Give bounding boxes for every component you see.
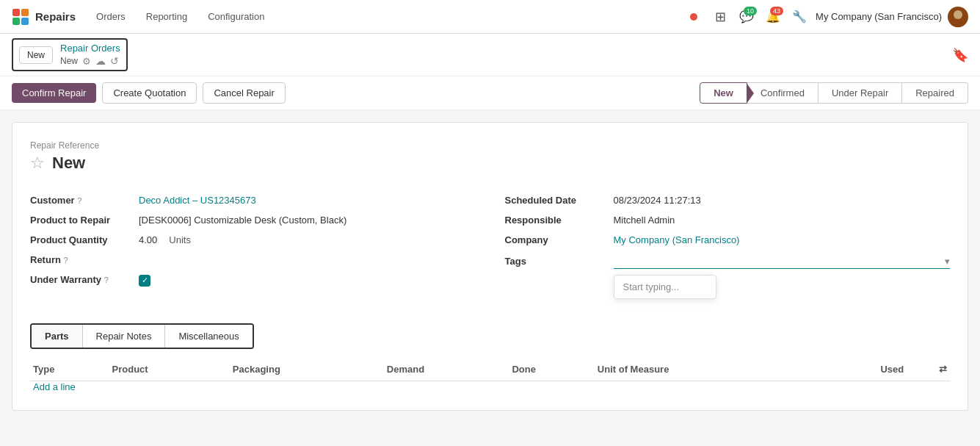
parts-table: Type Product Packaging Demand Done Unit … <box>30 358 950 392</box>
product-qty-unit: Units <box>169 234 191 245</box>
scheduled-date-value: 08/23/2024 11:27:13 <box>614 195 701 206</box>
add-line-row: Add a line <box>30 381 950 392</box>
main-content: Repair Reference ☆ New Customer ? Deco A… <box>12 122 968 411</box>
form-right: Scheduled Date 08/23/2024 11:27:13 Respo… <box>505 190 951 291</box>
status-dot-icon <box>683 7 704 27</box>
nav-configuration[interactable]: Configuration <box>199 8 273 25</box>
nav-reporting[interactable]: Reporting <box>137 8 196 25</box>
tab-parts[interactable]: Parts <box>32 325 83 348</box>
breadcrumb-gear-icon[interactable]: ⚙ <box>82 56 91 67</box>
company-label: Company <box>505 234 608 245</box>
action-bar: Confirm Repair Create Quotation Cancel R… <box>0 76 980 110</box>
tags-field-wrapper: ▾ Start typing... <box>614 254 951 269</box>
nav-links: Orders Reporting Configuration <box>87 8 683 25</box>
nav-right: ⊞ 💬 10 🔔 43 🔧 My Company (San Francisco) <box>683 7 968 27</box>
warranty-help-icon: ? <box>104 276 109 284</box>
col-demand: Demand <box>384 358 509 381</box>
company-name: My Company (San Francisco) <box>816 11 942 22</box>
table-header-row: Type Product Packaging Demand Done Unit … <box>30 358 950 381</box>
status-repaired[interactable]: Repaired <box>902 82 968 104</box>
col-used: Used <box>817 358 910 381</box>
apps-icon[interactable]: ⊞ <box>710 7 730 27</box>
svg-rect-1 <box>21 9 29 16</box>
under-warranty-row: Under Warranty ? ✓ <box>30 270 476 291</box>
tabs-container: Parts Repair Notes Miscellaneous <box>30 309 950 349</box>
form-left: Customer ? Deco Addict – US12345673 Prod… <box>30 190 476 291</box>
customer-row: Customer ? Deco Addict – US12345673 <box>30 190 476 210</box>
tab-miscellaneous[interactable]: Miscellaneous <box>165 325 252 348</box>
upload-icon[interactable]: ☁ <box>95 55 106 67</box>
form-grid: Customer ? Deco Addict – US12345673 Prod… <box>30 190 950 291</box>
scheduled-date-row: Scheduled Date 08/23/2024 11:27:13 <box>505 190 951 210</box>
breadcrumb-current: New <box>60 56 78 66</box>
col-unit-of-measure: Unit of Measure <box>595 358 817 381</box>
bookmark-area: 🔖 <box>952 47 968 63</box>
svg-point-5 <box>951 21 965 27</box>
nav-orders[interactable]: Orders <box>87 8 134 25</box>
bookmark-icon[interactable]: 🔖 <box>952 48 968 62</box>
breadcrumb-parent[interactable]: Repair Orders <box>60 43 120 54</box>
tags-dropdown-hint: Start typing... <box>623 281 680 292</box>
tags-input[interactable] <box>614 254 951 269</box>
product-qty-label: Product Quantity <box>30 234 133 245</box>
return-row: Return ? <box>30 250 476 270</box>
tags-label: Tags <box>505 256 608 267</box>
col-packaging: Packaging <box>230 358 384 381</box>
customer-value[interactable]: Deco Addict – US12345673 <box>139 195 256 206</box>
navbar-brand: Repairs <box>12 8 76 26</box>
return-label: Return ? <box>30 254 133 265</box>
scheduled-date-label: Scheduled Date <box>505 195 608 206</box>
favorite-star-icon[interactable]: ☆ <box>30 154 45 173</box>
create-quotation-button[interactable]: Create Quotation <box>102 82 197 104</box>
tags-dropdown: Start typing... <box>614 275 716 299</box>
navbar: Repairs Orders Reporting Configuration ⊞… <box>0 0 980 34</box>
tabs: Parts Repair Notes Miscellaneous <box>30 323 254 349</box>
tab-repair-notes[interactable]: Repair Notes <box>83 325 166 348</box>
breadcrumb-section: Repair Orders New ⚙ ☁ ↺ <box>60 43 120 67</box>
avatar[interactable] <box>948 7 968 27</box>
notification-icon[interactable]: 🔔 43 <box>763 7 783 27</box>
status-confirmed[interactable]: Confirmed <box>747 82 819 104</box>
responsible-label: Responsible <box>505 215 608 226</box>
repair-title-row: ☆ New <box>30 154 950 173</box>
tags-row: Tags ▾ Start typing... <box>505 250 951 273</box>
breadcrumb-actions: New ⚙ ☁ ↺ <box>60 55 120 67</box>
confirm-repair-button[interactable]: Confirm Repair <box>12 83 96 103</box>
svg-rect-3 <box>21 18 29 25</box>
notification-badge: 43 <box>770 7 783 15</box>
chat-badge: 10 <box>744 7 757 15</box>
product-qty-row: Product Quantity 4.00 Units <box>30 230 476 250</box>
new-button[interactable]: New <box>19 46 53 64</box>
chat-icon[interactable]: 💬 10 <box>736 7 757 27</box>
col-done: Done <box>509 358 594 381</box>
company-value[interactable]: My Company (San Francisco) <box>614 234 740 245</box>
svg-rect-2 <box>12 18 20 25</box>
company-row: Company My Company (San Francisco) <box>505 230 951 250</box>
under-warranty-checkbox[interactable]: ✓ <box>139 275 150 287</box>
return-help-icon: ? <box>64 256 68 265</box>
breadcrumb-bar: New Repair Orders New ⚙ ☁ ↺ 🔖 <box>0 34 980 76</box>
repair-reference-label: Repair Reference <box>30 140 950 151</box>
add-line-button[interactable]: Add a line <box>30 375 79 398</box>
app-name: Repairs <box>35 10 76 23</box>
product-value: [DESK0006] Customizable Desk (Custom, Bl… <box>139 215 346 226</box>
status-new[interactable]: New <box>700 82 747 104</box>
customer-help-icon: ? <box>77 196 81 205</box>
repair-title: New <box>52 154 85 173</box>
status-bar: New Confirmed Under Repair Repaired <box>700 82 968 104</box>
refresh-icon[interactable]: ↺ <box>110 55 119 67</box>
app-logo <box>12 8 29 26</box>
status-under-repair[interactable]: Under Repair <box>819 82 902 104</box>
under-warranty-label: Under Warranty ? <box>30 274 133 285</box>
svg-rect-0 <box>12 9 20 16</box>
settings-icon[interactable]: 🔧 <box>789 7 810 27</box>
product-label: Product to Repair <box>30 215 133 226</box>
col-settings[interactable]: ⇄ <box>910 358 950 381</box>
col-product: Product <box>109 358 230 381</box>
tags-dropdown-arrow[interactable]: ▾ <box>945 256 950 267</box>
responsible-value: Mitchell Admin <box>614 215 675 226</box>
product-row: Product to Repair [DESK0006] Customizabl… <box>30 210 476 230</box>
customer-label: Customer ? <box>30 195 133 206</box>
responsible-row: Responsible Mitchell Admin <box>505 210 951 230</box>
cancel-repair-button[interactable]: Cancel Repair <box>203 82 285 104</box>
